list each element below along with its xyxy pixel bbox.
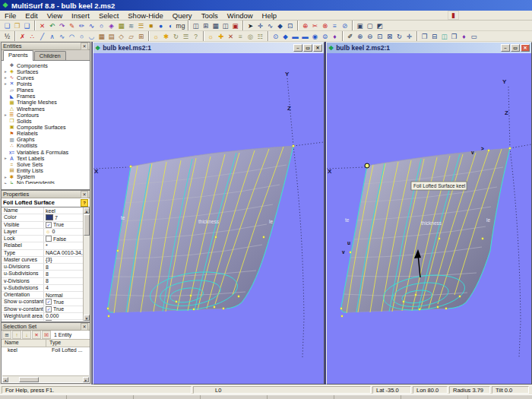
curve-tool-icon[interactable]: ∿	[87, 21, 97, 30]
eye-bar-1-icon[interactable]: ▬	[290, 32, 300, 41]
selection-row-keel[interactable]: keelFoil Lofted ...	[2, 347, 90, 354]
solid-tool-icon[interactable]: ■	[146, 21, 156, 30]
selection-grid-icon[interactable]: ⊞	[2, 331, 11, 339]
tab-parents[interactable]: Parents	[3, 50, 33, 61]
window-grid-2-icon[interactable]: ⊞	[201, 21, 211, 30]
eye-circle-icon[interactable]: ⊙	[271, 32, 280, 41]
sphere-tool-icon[interactable]: ●	[156, 21, 166, 30]
globe-tool-icon[interactable]: ◐	[166, 21, 176, 30]
scroll-down-icon[interactable]: ▼	[84, 315, 90, 321]
menu-insert[interactable]: Insert	[67, 11, 94, 21]
remove-lamp-icon[interactable]: ✕	[226, 32, 236, 41]
menu-tools[interactable]: Tools	[197, 11, 223, 21]
zoom-fit-icon[interactable]: ⊠	[385, 32, 394, 41]
close-icon[interactable]: ✕	[81, 43, 88, 50]
redo-icon[interactable]: ↷	[57, 21, 67, 30]
eye-ellipse-icon[interactable]: ⊜	[320, 32, 330, 41]
window-grid-1-icon[interactable]: ◫	[191, 21, 201, 30]
all-lamp-icon[interactable]: ☷	[255, 32, 265, 41]
refresh-lamp-icon[interactable]: ↻	[171, 32, 181, 41]
cascade-windows-icon[interactable]: ❐	[420, 32, 429, 41]
purple-diamond-icon[interactable]: ♦	[330, 32, 340, 41]
insert-spline-icon[interactable]: ∿	[57, 32, 67, 41]
tree-item-composite-surfaces[interactable]: ▣Composite Surfaces	[2, 124, 90, 130]
menu-select[interactable]: Select	[94, 11, 123, 21]
tree-item-no-dependents[interactable]: ▸↳No Dependents	[2, 180, 90, 184]
close-icon[interactable]: ✕	[81, 191, 88, 198]
minimize-button[interactable]: –	[501, 44, 510, 52]
column-header-name[interactable]: Name	[2, 340, 46, 347]
delete-icon[interactable]: ✕	[37, 21, 47, 30]
save-file-icon[interactable]: ❑	[22, 21, 32, 30]
insert-net-surface-icon[interactable]: ⊞	[136, 32, 146, 41]
show-selected-lamp-icon[interactable]: ✱	[161, 32, 171, 41]
window-titlebar[interactable]: ❖ MultiSurf 8.8 - bulb keel 2.ms2	[0, 0, 532, 11]
right-3d-view[interactable]: > v u v Foil Lofted Surface keel Y Z X t…	[327, 53, 531, 383]
screen-icon[interactable]: ▭	[469, 32, 479, 41]
column-header-type[interactable]: Type	[46, 340, 61, 347]
query-lamp-icon[interactable]: ?	[191, 32, 201, 41]
rotate-view-icon[interactable]: ↻	[394, 32, 404, 41]
tile-vertical-icon[interactable]: ◫	[439, 32, 449, 41]
insert-polyline-icon[interactable]: ∧	[47, 32, 57, 41]
viewport-left-titlebar[interactable]: ❖ bulb keel.ms2:1 – ▭ ✕	[93, 43, 324, 53]
render-view-icon[interactable]: ▣	[355, 21, 365, 30]
checkbox-unchecked-icon[interactable]	[46, 236, 52, 242]
zoom-out-icon[interactable]: ⊖	[365, 32, 375, 41]
menu-edit[interactable]: Edit	[21, 11, 42, 21]
nudge-pointer-icon[interactable]: ✐	[345, 32, 355, 41]
window-grid-3-icon[interactable]: ▦	[211, 21, 220, 30]
remove-selection-icon[interactable]: ✕	[32, 331, 41, 339]
checkbox-checked-icon[interactable]: ✓	[46, 299, 52, 305]
pan-view-icon[interactable]: ✛	[404, 32, 414, 41]
close-button[interactable]: ✕	[521, 44, 530, 52]
select-curve-icon[interactable]: ∿	[265, 21, 275, 30]
viewport-right-canvas[interactable]: > v u v Foil Lofted Surface keel Y Z X t…	[327, 53, 531, 384]
show-lamp-icon[interactable]: ☼	[151, 32, 161, 41]
tree-item-contours[interactable]: ▸☰Contours	[2, 112, 90, 118]
keel-surface[interactable]	[108, 146, 293, 312]
tree-item-points[interactable]: ▸✕Points	[2, 81, 90, 87]
tree-item-triangle-meshes[interactable]: ▦Triangle Meshes	[2, 100, 90, 106]
tree-item-planes[interactable]: ▱Planes	[2, 87, 90, 93]
scroll-thumb[interactable]	[19, 377, 39, 382]
properties-scrollbar[interactable]: ▲ ▼	[83, 207, 90, 321]
insert-arc-icon[interactable]: ◠	[67, 32, 77, 41]
menu-help[interactable]: Help	[258, 11, 282, 21]
maximize-button[interactable]: ▭	[511, 44, 520, 52]
list-lamp-icon[interactable]: ☰	[181, 32, 191, 41]
tree-item-relabels[interactable]: ⚑Relabels	[2, 131, 90, 137]
viewport-window-right[interactable]: ❖ bulb keel 2.ms2:1 – ▭ ✕	[326, 42, 532, 385]
insert-circle-icon[interactable]: ○	[77, 32, 87, 41]
menubar-red-icon[interactable]: ▮	[448, 11, 459, 20]
move-up-icon[interactable]: ↑	[12, 331, 21, 339]
clear-selection-icon[interactable]: ☒	[42, 331, 51, 339]
insert-ruled-surface-icon[interactable]: ▱	[126, 32, 136, 41]
menu-view[interactable]: View	[43, 11, 67, 21]
insert-point-icon[interactable]: ✗	[17, 32, 27, 41]
tree-item-surfaces[interactable]: ▸◈Surfaces	[2, 68, 90, 74]
hide-lamp-icon[interactable]: ☼	[206, 32, 216, 41]
surface-corner-marker[interactable]	[365, 163, 369, 168]
tab-children[interactable]: Children	[34, 51, 66, 60]
viewport-left-canvas[interactable]: Y Z X te thickness le	[93, 53, 324, 384]
select-all-icon[interactable]: ⊡	[285, 21, 295, 30]
checkbox-checked-icon[interactable]: ✓	[46, 306, 52, 312]
minimize-button[interactable]: –	[293, 44, 302, 52]
zoom-window-icon[interactable]: ⊡	[375, 32, 385, 41]
scroll-thumb[interactable]	[84, 214, 90, 236]
wireframe-tool-icon[interactable]: ≋	[126, 21, 136, 30]
scroll-up-icon[interactable]: ▲	[84, 207, 90, 214]
wire-view-icon[interactable]: ▢	[365, 21, 375, 30]
scroll-right-icon[interactable]: ▸	[83, 377, 89, 382]
mesh-tool-icon[interactable]: ▦	[116, 21, 126, 30]
menu-show-hide[interactable]: Show-Hide	[123, 11, 167, 21]
help-icon[interactable]: ?	[81, 199, 88, 207]
expander-icon[interactable]: ▸	[3, 81, 8, 86]
tile-horizontal-icon[interactable]: ⊟	[429, 32, 439, 41]
layer-windows-icon[interactable]: ❒	[449, 32, 459, 41]
trim-tool-icon[interactable]: ✂	[310, 21, 320, 30]
eye-target-icon[interactable]: ◉	[310, 32, 320, 41]
circle-tool-icon[interactable]: ○	[97, 21, 106, 30]
mass-properties-icon[interactable]: mg	[176, 21, 185, 30]
